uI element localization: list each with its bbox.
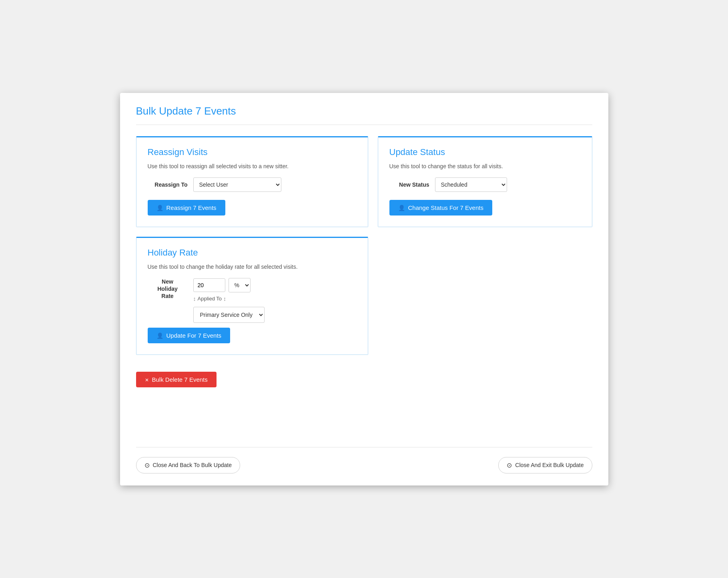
- holiday-rate-panel: Holiday Rate Use this tool to change the…: [136, 237, 368, 355]
- update-status-title: Update Status: [389, 147, 581, 157]
- bottom-right-spacer: [378, 237, 592, 355]
- close-back-label: Close And Back To Bulk Update: [153, 462, 232, 468]
- close-exit-button[interactable]: Close And Exit Bulk Update: [498, 457, 592, 473]
- arrow-up-icon: ↕: [193, 296, 196, 302]
- reassign-to-label: Reassign To: [148, 181, 188, 188]
- close-exit-icon: [507, 461, 512, 469]
- applied-to-dropdown[interactable]: Primary Service Only All Services: [193, 307, 265, 323]
- change-status-label: Change Status For 7 Events: [408, 204, 483, 211]
- arrow-down-icon: ↕: [223, 296, 226, 302]
- reassign-button-label: Reassign 7 Events: [166, 204, 217, 211]
- holiday-rate-label: New Holiday Rate: [148, 278, 188, 300]
- modal-title: Bulk Update 7 Events: [136, 105, 592, 125]
- update-status-desc: Use this tool to change the status for a…: [389, 163, 581, 169]
- rate-type-dropdown[interactable]: % $: [229, 278, 251, 292]
- holiday-rate-form-row: New Holiday Rate % $ ↕: [148, 278, 357, 323]
- update-events-icon: [156, 332, 163, 339]
- holiday-top-inputs: % $: [193, 278, 265, 292]
- holiday-inputs-group: % $ ↕ Applied To ↕ Primary Service Only …: [193, 278, 265, 323]
- update-events-button[interactable]: Update For 7 Events: [148, 328, 231, 343]
- bulk-delete-label: Bulk Delete 7 Events: [152, 376, 208, 383]
- bulk-delete-button[interactable]: Bulk Delete 7 Events: [136, 372, 217, 387]
- holiday-rate-title: Holiday Rate: [148, 248, 357, 258]
- holiday-rate-input[interactable]: [193, 278, 225, 292]
- select-user-dropdown[interactable]: Select User: [193, 177, 281, 192]
- reassign-visits-desc: Use this tool to reassign all selected v…: [148, 163, 357, 169]
- update-events-label: Update For 7 Events: [166, 332, 222, 339]
- reassign-visits-title: Reassign Visits: [148, 147, 357, 157]
- applied-to-label: ↕ Applied To ↕: [193, 296, 265, 302]
- new-status-row: New Status Scheduled Completed Cancelled: [389, 177, 581, 192]
- new-status-label: New Status: [389, 181, 429, 188]
- reassign-events-button[interactable]: Reassign 7 Events: [148, 200, 225, 215]
- bulk-delete-row: Bulk Delete 7 Events: [136, 372, 592, 387]
- times-icon: [145, 376, 149, 383]
- close-exit-label: Close And Exit Bulk Update: [515, 462, 584, 468]
- change-status-user-icon: [398, 204, 405, 211]
- bottom-panels-row: Holiday Rate Use this tool to change the…: [136, 237, 592, 355]
- change-status-button[interactable]: Change Status For 7 Events: [389, 200, 492, 215]
- user-icon: [156, 204, 163, 211]
- reassign-to-row: Reassign To Select User: [148, 177, 357, 192]
- footer-bar: Close And Back To Bulk Update Close And …: [136, 447, 592, 473]
- reassign-visits-panel: Reassign Visits Use this tool to reassig…: [136, 136, 368, 227]
- top-panels-row: Reassign Visits Use this tool to reassig…: [136, 136, 592, 227]
- holiday-rate-desc: Use this tool to change the holiday rate…: [148, 264, 357, 270]
- close-back-button[interactable]: Close And Back To Bulk Update: [136, 457, 240, 473]
- status-dropdown[interactable]: Scheduled Completed Cancelled: [435, 177, 507, 192]
- close-back-icon: [144, 461, 150, 469]
- update-status-panel: Update Status Use this tool to change th…: [378, 136, 592, 227]
- reassign-button-wrapper: Reassign 7 Events: [148, 200, 357, 215]
- modal-container: Bulk Update 7 Events Reassign Visits Use…: [120, 93, 608, 485]
